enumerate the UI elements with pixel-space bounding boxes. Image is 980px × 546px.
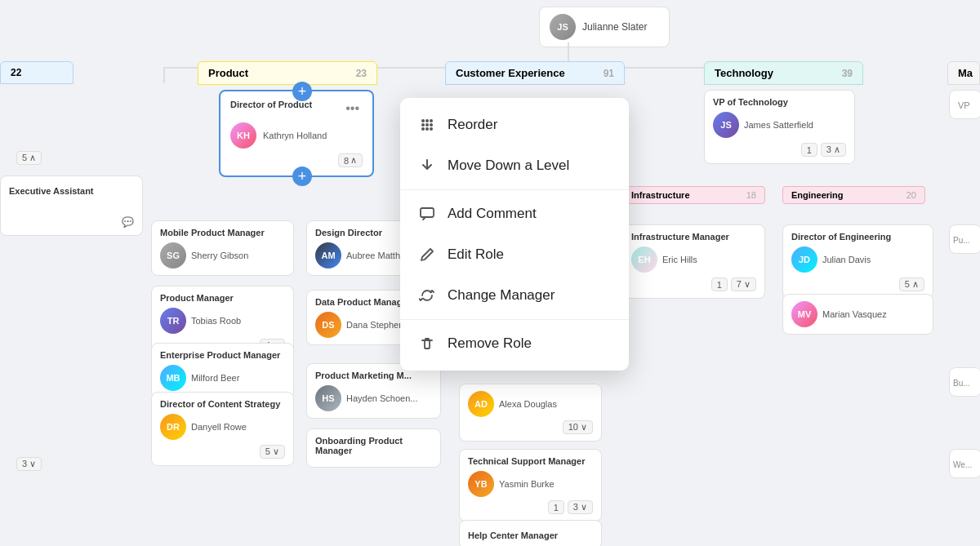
avatar: AD xyxy=(468,391,494,417)
connector-line xyxy=(163,67,165,83)
dept-product-label: Product xyxy=(208,67,248,79)
executive-assistant-card[interactable]: Executive Assistant 💬 xyxy=(0,175,143,236)
mobile-pm-title: Mobile Product Manager xyxy=(160,228,285,237)
expand-3[interactable]: 5 ∨ xyxy=(260,445,285,459)
avatar: MV xyxy=(791,301,817,327)
technical-support-card[interactable]: Technical Support Manager YB Yasmin Burk… xyxy=(459,449,602,522)
mobile-pm-name: Sherry Gibson xyxy=(191,251,248,260)
dept-tech-label: Technology xyxy=(715,67,773,79)
expand-1-infra[interactable]: 1 xyxy=(711,277,728,291)
avatar: AM xyxy=(315,242,341,269)
avatar: DS xyxy=(315,312,341,338)
vp-tech-name: James Satterfield xyxy=(744,120,813,130)
engineering-subdept: Engineering 20 xyxy=(782,186,925,204)
content-strategy-name: Danyell Rowe xyxy=(191,422,247,432)
marian-vasquez-card[interactable]: MV Marian Vasquez xyxy=(782,294,933,335)
menu-divider-1 xyxy=(400,189,629,190)
expand-button[interactable]: 8 ∧ xyxy=(338,153,363,167)
enterprise-pm-card[interactable]: Enterprise Product Manager MB Milford Be… xyxy=(151,343,294,398)
expand-1-vp[interactable]: 1 xyxy=(801,143,817,157)
product-marketing-title: Product Marketing M... xyxy=(315,371,432,380)
content-strategy-card[interactable]: Director of Content Strategy DR Danyell … xyxy=(151,392,294,466)
infrastructure-manager-card[interactable]: Infrastructure Manager EH Eric Hills 1 7… xyxy=(622,224,765,299)
menu-item-move-down[interactable]: Move Down a Level xyxy=(400,145,629,186)
pm-title: Product Manager xyxy=(160,293,285,303)
svg-point-5 xyxy=(430,123,433,127)
expand-count-5[interactable]: 5 ∧ xyxy=(16,151,42,165)
svg-point-8 xyxy=(430,127,433,131)
menu-item-remove-role[interactable]: Remove Role xyxy=(400,323,629,364)
menu-add-comment-label: Add Comment xyxy=(448,206,537,222)
top-person-card: JS Julianne Slater xyxy=(539,7,670,47)
technical-support-title: Technical Support Manager xyxy=(468,456,593,466)
menu-reorder-label: Reorder xyxy=(448,117,497,133)
expand-1[interactable]: 1 xyxy=(548,500,564,514)
dept-cx: Customer Experience 91 xyxy=(445,61,625,85)
eng-label: Engineering xyxy=(791,190,844,200)
avatar: JS xyxy=(713,112,739,138)
alexa-douglas-card[interactable]: AD Alexa Douglas 10 ∨ xyxy=(459,384,602,442)
dept-product: Product 23 xyxy=(198,61,377,85)
org-chart-canvas: JS Julianne Slater 22 Product 23 Custome… xyxy=(0,0,980,546)
edit-icon xyxy=(418,246,436,264)
product-marketing-name: Hayden Schoen... xyxy=(346,393,417,403)
product-marketing-card[interactable]: Product Marketing M... HS Hayden Schoen.… xyxy=(306,363,441,419)
expand-5-eng[interactable]: 5 ∧ xyxy=(899,277,924,291)
menu-item-add-comment[interactable]: Add Comment xyxy=(400,193,629,234)
expand-7-infra[interactable]: 7 ∨ xyxy=(731,277,756,291)
add-above-button[interactable]: + xyxy=(292,82,312,101)
menu-item-edit-role[interactable]: Edit Role xyxy=(400,234,629,275)
comment-icon: 💬 xyxy=(122,216,134,228)
avatar: KH xyxy=(230,122,256,149)
pub-partial: Pu... xyxy=(949,224,980,254)
marian-name: Marian Vasquez xyxy=(822,309,887,319)
change-icon xyxy=(418,286,436,304)
dept-cx-count: 91 xyxy=(604,68,614,79)
help-center-card[interactable]: Help Center Manager xyxy=(459,520,602,546)
expand-10[interactable]: 10 ∨ xyxy=(563,420,593,434)
avatar: JD xyxy=(791,246,817,273)
exec-assistant-title: Executive Assistant xyxy=(9,186,94,196)
avatar: JS xyxy=(550,14,576,40)
menu-move-down-label: Move Down a Level xyxy=(448,158,569,174)
avatar: YB xyxy=(468,471,494,497)
infra-manager-name: Eric Hills xyxy=(662,255,697,264)
mobile-pm-card[interactable]: Mobile Product Manager SG Sherry Gibson xyxy=(151,220,294,276)
arrow-down-icon xyxy=(418,157,436,175)
expand-3-cx[interactable]: 3 ∨ xyxy=(568,500,593,514)
director-product-name: Kathryn Holland xyxy=(263,131,327,140)
dept-22-count: 22 xyxy=(11,67,21,78)
comment-icon xyxy=(418,205,436,223)
menu-edit-role-label: Edit Role xyxy=(448,246,504,263)
vp-technology-card[interactable]: VP of Technology JS James Satterfield 1 … xyxy=(704,90,855,164)
infra-count: 18 xyxy=(746,190,756,200)
eng-count: 20 xyxy=(906,190,916,200)
expand-3-vp[interactable]: 3 ∧ xyxy=(821,143,846,157)
yasmin-name: Yasmin Burke xyxy=(499,479,555,489)
svg-rect-9 xyxy=(421,208,434,217)
avatar: DR xyxy=(160,414,186,440)
menu-divider-2 xyxy=(400,319,629,320)
svg-point-7 xyxy=(425,127,429,131)
svg-point-3 xyxy=(421,123,425,127)
context-menu: Reorder Move Down a Level Add Comment xyxy=(400,98,629,371)
help-center-title: Help Center Manager xyxy=(468,530,558,540)
svg-point-6 xyxy=(421,127,425,131)
infra-manager-title: Infrastructure Manager xyxy=(631,232,756,242)
dept-ma: Ma xyxy=(947,61,980,85)
bus-partial: Bu... xyxy=(949,367,980,397)
expand-3-left[interactable]: 3 ∨ xyxy=(16,457,42,471)
dir-eng-name: Julian Davis xyxy=(822,255,871,264)
card-options-button[interactable]: ••• xyxy=(342,100,363,118)
director-engineering-card[interactable]: Director of Engineering JD Julian Davis … xyxy=(782,224,933,299)
add-role-button[interactable]: + xyxy=(292,166,312,186)
dept-product-count: 23 xyxy=(356,68,367,79)
onboarding-pm-card[interactable]: Onboarding Product Manager xyxy=(306,428,441,468)
avatar: TR xyxy=(160,308,186,334)
director-product-card[interactable]: Director of Product ••• KH Kathryn Holla… xyxy=(219,90,374,177)
top-person-name: Julianne Slater xyxy=(582,21,647,33)
menu-item-reorder[interactable]: Reorder xyxy=(400,104,629,145)
menu-item-change-manager[interactable]: Change Manager xyxy=(400,275,629,316)
onboarding-pm-title: Onboarding Product Manager xyxy=(315,436,432,455)
we-partial: We... xyxy=(949,449,980,478)
